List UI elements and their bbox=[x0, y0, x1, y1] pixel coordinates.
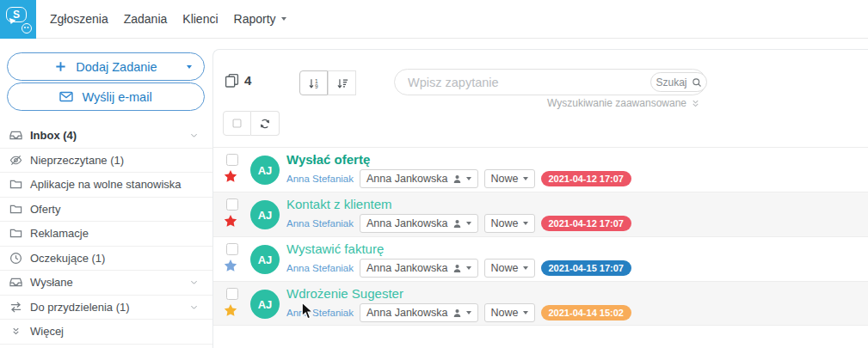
status-dropdown[interactable]: Nowe bbox=[484, 303, 535, 322]
folder-list: Inbox (4) Nieprzeczytane (1) Aplikacje bbox=[0, 124, 212, 345]
task-row: AJ Wdrożenie Sugester Anna Stefaniak Ann… bbox=[213, 281, 868, 326]
nav-item[interactable]: Zadania bbox=[116, 12, 175, 26]
nav-item-label: Raporty bbox=[234, 12, 276, 26]
copy-icon bbox=[225, 73, 239, 88]
nav-item[interactable]: Raporty bbox=[226, 12, 294, 26]
task-row-content: Wdrożenie Sugester Anna Stefaniak Anna J… bbox=[286, 282, 859, 325]
nav-item-label: Klienci bbox=[182, 12, 218, 26]
advanced-search-label: Wyszukiwanie zaawansowane bbox=[547, 97, 686, 109]
add-task-label: Dodaj Zadanie bbox=[76, 60, 157, 74]
sidebar-folder-item[interactable]: Więcej bbox=[0, 320, 212, 345]
task-row-content: Wysłać ofertę Anna Stefaniak Anna Jankow… bbox=[286, 148, 859, 192]
top-navbar: S Zgłoszenia Zadania Klienci bbox=[0, 0, 868, 39]
chevron-down-icon[interactable] bbox=[189, 278, 199, 287]
task-from-link[interactable]: Anna Stefaniak bbox=[286, 308, 354, 318]
avatar-initials: AJ bbox=[258, 209, 273, 222]
assignee-dropdown[interactable]: Anna Jankowska bbox=[360, 214, 478, 233]
chevron-down-icon[interactable] bbox=[189, 302, 199, 312]
caret-down-icon bbox=[523, 222, 528, 225]
nav-item[interactable]: Zgłoszenia bbox=[42, 12, 116, 26]
task-meta: Anna Stefaniak Anna Jankowska Nowe 2021-… bbox=[286, 303, 631, 322]
task-from-link[interactable]: Anna Stefaniak bbox=[286, 218, 354, 229]
folder-item-icon bbox=[9, 178, 22, 191]
status-label: Nowe bbox=[491, 173, 519, 185]
task-checkbox[interactable] bbox=[226, 154, 238, 166]
sidebar-folder-item[interactable]: Inbox (4) bbox=[0, 124, 212, 149]
sidebar-folder-item[interactable]: Nieprzeczytane (1) bbox=[0, 149, 212, 174]
status-dropdown[interactable]: Nowe bbox=[484, 169, 535, 188]
double-chevron-down-icon bbox=[691, 99, 700, 108]
app-logo[interactable]: S bbox=[0, 0, 36, 39]
task-list-panel: 4 19 Szukaj Wyszukiwanie zaawansowane bbox=[212, 49, 868, 348]
task-from-link[interactable]: Anna Stefaniak bbox=[286, 174, 354, 184]
send-email-label: Wyślij e-mail bbox=[82, 90, 151, 104]
folder-item-label: Oczekujące (1) bbox=[30, 252, 105, 265]
task-checkbox[interactable] bbox=[226, 243, 238, 255]
caret-down-icon bbox=[281, 17, 286, 21]
envelope-icon bbox=[59, 91, 73, 102]
star-icon[interactable] bbox=[224, 259, 237, 272]
main-menu: Zgłoszenia Zadania Klienci Raporty bbox=[42, 0, 294, 38]
sort-button[interactable]: 19 bbox=[299, 70, 328, 95]
sidebar-folder-item[interactable]: Aplikacje na wolne stanowiska bbox=[0, 173, 212, 198]
status-dropdown[interactable]: Nowe bbox=[484, 214, 535, 233]
sidebar-folder-item[interactable]: Wysłane bbox=[0, 271, 212, 296]
date-badge: 2021-04-14 15:02 bbox=[541, 305, 631, 321]
caret-down-icon[interactable] bbox=[187, 65, 192, 69]
sidebar-folder-item[interactable]: Oczekujące (1) bbox=[0, 247, 212, 272]
assignee-dropdown[interactable]: Anna Jankowska bbox=[360, 303, 478, 322]
folder-item-label: Aplikacje na wolne stanowiska bbox=[30, 178, 182, 191]
task-row: AJ Wystawić fakturę Anna Stefaniak Anna … bbox=[213, 236, 868, 281]
sidebar-folder-item[interactable]: Do przydzielenia (1) bbox=[0, 296, 212, 321]
nav-item-label: Zadania bbox=[124, 12, 168, 26]
folder-item-icon bbox=[9, 252, 22, 265]
task-checkbox[interactable] bbox=[226, 198, 238, 211]
select-all-button[interactable] bbox=[223, 111, 251, 136]
caret-down-icon bbox=[466, 311, 471, 314]
avatar: AJ bbox=[250, 245, 280, 274]
folder-item-label: Do przydzielenia (1) bbox=[30, 301, 130, 314]
add-task-button[interactable]: Dodaj Zadanie bbox=[7, 52, 205, 81]
search-button[interactable]: Szukaj bbox=[650, 72, 707, 92]
assignee-dropdown[interactable]: Anna Jankowska bbox=[360, 259, 478, 278]
sort-button[interactable] bbox=[328, 70, 356, 95]
task-checkbox[interactable] bbox=[226, 288, 238, 300]
folder-item-icon bbox=[9, 301, 22, 314]
task-title[interactable]: Wysłać ofertę bbox=[286, 152, 370, 167]
sidebar: Dodaj Zadanie Wyślij e-mail Inbox (4) Ni… bbox=[0, 39, 212, 348]
nav-item[interactable]: Klienci bbox=[175, 12, 225, 26]
caret-down-icon bbox=[523, 177, 528, 180]
task-title[interactable]: Wystawić fakturę bbox=[286, 241, 384, 256]
sort-icon bbox=[336, 77, 348, 89]
task-title[interactable]: Kontakt z klientem bbox=[286, 197, 392, 211]
star-icon[interactable] bbox=[224, 214, 237, 228]
folder-item-label: Oferty bbox=[30, 203, 60, 216]
caret-down-icon bbox=[466, 177, 471, 180]
task-meta: Anna Stefaniak Anna Jankowska Nowe 2021-… bbox=[286, 259, 631, 278]
status-dropdown[interactable]: Nowe bbox=[484, 259, 535, 278]
send-email-button[interactable]: Wyślij e-mail bbox=[7, 82, 205, 111]
assignee-dropdown[interactable]: Anna Jankowska bbox=[360, 169, 478, 188]
chevron-down-icon[interactable] bbox=[189, 131, 199, 140]
folder-item-label: Wysłane bbox=[30, 276, 73, 289]
status-label: Nowe bbox=[491, 262, 519, 274]
sidebar-folder-item[interactable]: Oferty bbox=[0, 198, 212, 223]
star-icon[interactable] bbox=[224, 303, 237, 317]
caret-down-icon bbox=[523, 311, 528, 314]
folder-item-icon bbox=[9, 129, 22, 142]
star-icon[interactable] bbox=[224, 169, 237, 183]
logo-bubble-icon: S bbox=[6, 7, 27, 22]
caret-down-icon bbox=[466, 222, 471, 225]
date-badge: 2021-04-12 17:07 bbox=[541, 216, 631, 231]
status-label: Nowe bbox=[491, 307, 519, 319]
person-icon bbox=[452, 264, 462, 273]
refresh-button[interactable] bbox=[251, 111, 280, 136]
folder-item-icon bbox=[9, 327, 22, 336]
sidebar-folder-item[interactable]: Reklamacje bbox=[0, 222, 212, 247]
date-badge: 2021-04-15 17:07 bbox=[541, 260, 631, 276]
advanced-search-link[interactable]: Wyszukiwanie zaawansowane bbox=[528, 97, 700, 109]
date-badge: 2021-04-12 17:07 bbox=[541, 171, 631, 186]
nav-item-label: Zgłoszenia bbox=[50, 12, 108, 26]
task-title[interactable]: Wdrożenie Sugester bbox=[286, 286, 403, 301]
task-from-link[interactable]: Anna Stefaniak bbox=[286, 263, 354, 273]
